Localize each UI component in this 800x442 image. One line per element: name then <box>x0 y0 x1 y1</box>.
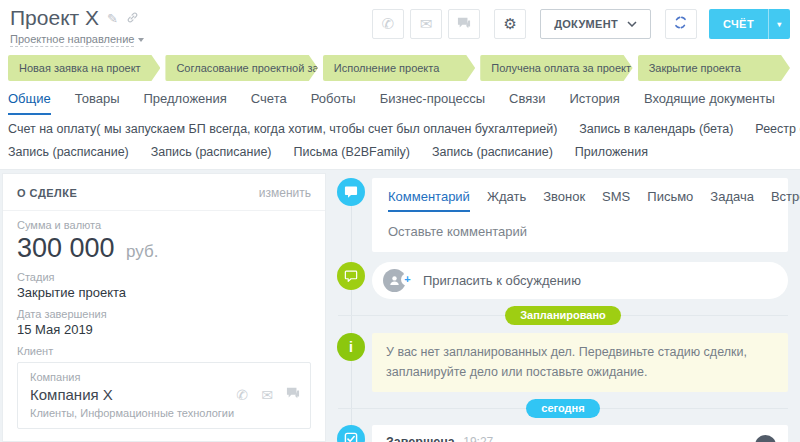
deal-panel-title: О СДЕЛКЕ <box>17 187 77 199</box>
content-area: О СДЕЛКЕ изменить Сумма и валюта 300 000… <box>0 169 800 442</box>
plus-icon: + <box>401 273 414 286</box>
chat-button[interactable] <box>448 9 480 39</box>
stage-label: Исполнение проекта <box>334 62 440 74</box>
info-icon: i <box>337 333 365 361</box>
tab-invoice-bp[interactable]: Счет на оплату( мы запускаем БП всегда, … <box>8 122 557 136</box>
task-check-icon <box>337 425 365 442</box>
tab-payment-registry[interactable]: Реестр оплат <box>755 122 800 136</box>
composer-tab-task[interactable]: Задача <box>710 189 754 210</box>
automation-button[interactable] <box>665 9 697 39</box>
invoice-split-button[interactable]: СЧЁТ ▾ <box>709 9 790 39</box>
today-badge: сегодня <box>526 399 599 418</box>
email-button[interactable]: ✉ <box>410 9 442 39</box>
tab-invoices[interactable]: Счета <box>251 91 287 115</box>
stage-payment-received[interactable]: Получена оплата за проект <box>480 55 632 81</box>
tab-history[interactable]: История <box>570 91 620 115</box>
phone-icon: ✆ <box>382 15 395 33</box>
gear-icon: ⚙ <box>503 15 516 33</box>
tab-quotes[interactable]: Предложения <box>143 91 226 115</box>
stage-label: Новая заявка на проект <box>19 62 141 74</box>
composer-tab-email[interactable]: Письмо <box>647 189 693 210</box>
tab-robots[interactable]: Роботы <box>311 91 356 115</box>
composer-tabs: Комментарий Ждать Звонок SMS Письмо Зада… <box>388 189 772 212</box>
tabs-row-tertiary: Запись (расписание) Запись (расписание) … <box>8 145 792 169</box>
client-mail-icon[interactable]: ✉ <box>261 387 273 403</box>
task-entry-card: Завершена 19:27 Сформировать бэклог и вы… <box>372 425 788 442</box>
company-description: Клиенты, Информационные технологии <box>30 407 298 419</box>
composer-row: Комментарий Ждать Звонок SMS Письмо Зада… <box>337 178 788 252</box>
task-time: 19:27 <box>463 435 493 442</box>
stage-approval[interactable]: Согласование проектной заявки <box>165 55 317 81</box>
stage-label: Согласование проектной заявки <box>176 62 317 74</box>
amount-label: Сумма и валюта <box>17 219 311 231</box>
composer-tab-wait[interactable]: Ждать <box>487 189 526 210</box>
mail-icon: ✉ <box>420 15 433 33</box>
settings-button[interactable]: ⚙ <box>494 9 526 39</box>
tab-schedule-entry-2[interactable]: Запись (расписание) <box>151 145 272 159</box>
chevron-down-icon <box>138 38 144 42</box>
document-button-label: ДОКУМЕНТ <box>554 18 618 30</box>
stage-execution[interactable]: Исполнение проекта <box>323 55 475 81</box>
pipeline-stage-bar: Новая заявка на проект Согласование прое… <box>0 48 800 81</box>
stage-label: Получена оплата за проект <box>491 62 631 74</box>
stage-field-value: Закрытие проекта <box>17 285 311 300</box>
planned-section-divider: Запланировано <box>326 305 800 325</box>
timeline-panel: Комментарий Ждать Звонок SMS Письмо Зада… <box>326 170 800 442</box>
stage-closing[interactable]: Закрытие проекта <box>638 55 790 81</box>
chevron-down-icon <box>627 21 637 27</box>
edit-icon[interactable]: ✎ <box>107 12 118 25</box>
chat-icon <box>457 16 471 33</box>
composer-tab-call[interactable]: Звонок <box>543 189 585 210</box>
amount-field: Сумма и валюта 300 000 руб. <box>3 211 325 263</box>
deal-tabs: Общие Товары Предложения Счета Роботы Би… <box>0 81 800 169</box>
composer-tab-comment[interactable]: Комментарий <box>388 189 470 212</box>
task-entry-row: Завершена 19:27 Сформировать бэклог и вы… <box>337 425 788 442</box>
close-date-value: 15 Мая 2019 <box>17 322 311 337</box>
stage-new-request[interactable]: Новая заявка на проект <box>8 55 160 81</box>
comment-input[interactable]: Оставьте комментарий <box>388 224 772 239</box>
client-phone-icon[interactable]: ✆ <box>237 387 249 403</box>
currency-label: руб. <box>126 242 158 261</box>
company-type-label: Компания <box>30 371 298 383</box>
invoice-button-label[interactable]: СЧЁТ <box>709 9 768 39</box>
stage-field-label: Стадия <box>17 271 311 283</box>
task-status: Завершена <box>386 435 455 442</box>
close-date-label: Дата завершения <box>17 308 311 320</box>
tabs-row-secondary: Счет на оплату( мы запускаем БП всегда, … <box>8 122 792 136</box>
document-button[interactable]: ДОКУМЕНТ <box>540 9 651 39</box>
tab-business-processes[interactable]: Бизнес-процессы <box>380 91 485 115</box>
amount-value: 300 000 <box>17 233 115 263</box>
link-icon[interactable] <box>126 11 139 26</box>
stage-field: Стадия Закрытие проекта <box>3 263 325 300</box>
tab-general[interactable]: Общие <box>8 91 51 115</box>
invite-to-discussion[interactable]: + Пригласить к обсуждению <box>372 262 788 299</box>
header-actions: ✆ ✉ ⚙ ДОКУМЕНТ СЧЁТ ▾ <box>372 9 790 39</box>
refresh-brackets-icon <box>673 15 688 33</box>
tab-schedule-entry-1[interactable]: Запись (расписание) <box>8 145 129 159</box>
composer-tab-meeting[interactable]: Встреча <box>771 189 800 210</box>
tab-products[interactable]: Товары <box>75 91 120 115</box>
title-block: Проект X ✎ Проектное направление <box>10 6 144 47</box>
tab-b2bfamily-letters[interactable]: Письма (B2BFamily) <box>294 145 411 159</box>
tab-calendar-entry[interactable]: Запись в календарь (бета) <box>579 122 733 136</box>
tab-applications[interactable]: Приложения <box>575 145 648 159</box>
start-date-label: Дата начала <box>3 429 325 442</box>
close-date-field: Дата завершения 15 Мая 2019 <box>3 300 325 337</box>
client-chat-icon[interactable] <box>286 387 300 403</box>
invite-label: Пригласить к обсуждению <box>423 273 581 288</box>
tab-links[interactable]: Связи <box>509 91 545 115</box>
deal-direction[interactable]: Проектное направление <box>10 33 144 47</box>
client-card: Компания Компания X Клиенты, Информацион… <box>17 362 311 429</box>
tab-schedule-entry-3[interactable]: Запись (расписание) <box>432 145 553 159</box>
comment-bubble-icon <box>337 178 365 206</box>
edit-deal-link[interactable]: изменить <box>259 186 311 200</box>
invoice-dropdown-toggle[interactable]: ▾ <box>768 9 790 39</box>
stage-label: Закрытие проекта <box>649 62 741 74</box>
tabs-row-main: Общие Товары Предложения Счета Роботы Би… <box>8 91 792 115</box>
call-button[interactable]: ✆ <box>372 9 404 39</box>
deal-direction-label: Проектное направление <box>10 33 134 47</box>
tab-incoming-documents[interactable]: Входящие документы <box>644 91 775 115</box>
planned-badge: Запланировано <box>505 306 621 325</box>
client-label: Клиент <box>17 345 311 357</box>
composer-tab-sms[interactable]: SMS <box>602 189 630 210</box>
